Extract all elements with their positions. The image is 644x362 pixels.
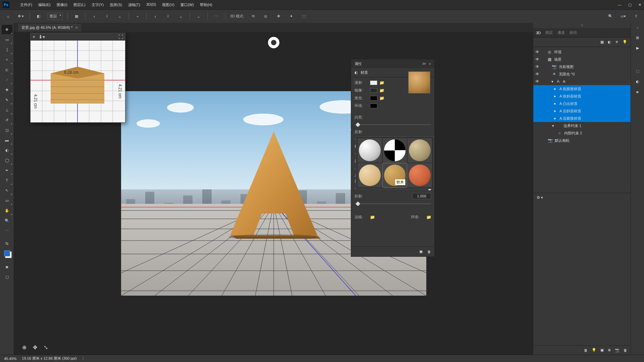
home-icon[interactable]: ⌂: [4, 12, 12, 20]
scene-row[interactable]: ○内部约束 2: [533, 129, 631, 137]
dodge-tool[interactable]: ◯: [2, 156, 12, 165]
lasso-tool[interactable]: ⟆: [2, 45, 12, 54]
panel-tab[interactable]: 图层: [545, 30, 553, 35]
specular-swatch[interactable]: [370, 88, 377, 93]
3d-letter-a[interactable]: [227, 128, 321, 239]
quick-mask-icon[interactable]: ◙: [2, 262, 12, 272]
fg-bg-colors[interactable]: [2, 249, 12, 258]
align-center-h-icon[interactable]: ⫲: [103, 12, 111, 20]
scene-row[interactable]: ●A 前斜面材质: [533, 93, 631, 100]
move-icon[interactable]: ✥ ▾: [17, 12, 25, 20]
visibility-icon[interactable]: 👁: [535, 50, 539, 54]
trash-icon[interactable]: 🗑: [427, 250, 431, 254]
secondary-view-header[interactable]: × ⬇▾ ⛶: [31, 33, 125, 41]
panel-menu-icon[interactable]: ≡: [429, 62, 431, 66]
menu-l[interactable]: 图层(L): [71, 1, 88, 9]
menu-t[interactable]: 滤镜(T): [125, 1, 143, 9]
3d-rotate-icon[interactable]: ⟲: [249, 12, 257, 20]
material-wood[interactable]: [358, 163, 382, 188]
layer-select[interactable]: 图层: [47, 13, 63, 20]
filter-bulb-icon[interactable]: 💡: [623, 40, 627, 44]
refract-value[interactable]: 1.000: [412, 193, 431, 199]
screen-mode-icon[interactable]: ▢: [2, 272, 12, 282]
scene-row[interactable]: 👁◎环境: [533, 48, 631, 56]
zoom-tool[interactable]: 🔍: [2, 216, 12, 225]
folder-icon[interactable]: 📁: [426, 215, 431, 220]
play-icon[interactable]: ▶: [636, 46, 639, 50]
disclosure-icon[interactable]: ▾: [552, 124, 554, 128]
3d-slide-icon[interactable]: ✦: [287, 12, 295, 20]
scene-row[interactable]: ●A 前膨胀材质: [533, 85, 631, 93]
panel-tab[interactable]: 通道: [557, 30, 565, 35]
search-icon[interactable]: 🔍: [606, 12, 614, 20]
menu-s[interactable]: 选择(S): [107, 1, 125, 9]
orbit-icon[interactable]: ⊕: [20, 343, 28, 351]
3d-axis-widget[interactable]: ⊕ ✥ ⤡: [20, 343, 50, 351]
render-icon[interactable]: ▣: [600, 348, 604, 352]
shine-slider[interactable]: [355, 123, 431, 127]
folder-icon[interactable]: 📁: [370, 215, 375, 220]
heal-tool[interactable]: ✚: [2, 85, 12, 95]
menu-dd[interactable]: 3D(D): [144, 1, 159, 9]
new-icon[interactable]: ⊕: [608, 348, 611, 352]
menu-e[interactable]: 编辑(E): [36, 1, 53, 9]
wand-tool[interactable]: ✧: [2, 55, 12, 64]
light-widget-icon[interactable]: [268, 37, 279, 48]
visibility-icon[interactable]: 👁: [535, 79, 539, 84]
3d-pan-icon[interactable]: ✥: [274, 12, 282, 20]
folder-icon[interactable]: 📁: [379, 96, 384, 101]
scene-row[interactable]: 👁▦场景: [533, 56, 631, 63]
minimize-button[interactable]: —: [618, 3, 622, 7]
edit-toolbar[interactable]: ⋯: [2, 226, 12, 235]
align-top-icon[interactable]: ⫟: [133, 12, 142, 20]
disclosure-icon[interactable]: ▾: [551, 79, 553, 84]
dock-icon-3[interactable]: ◐: [636, 79, 639, 84]
document-tab[interactable]: 背景.jpg @ 45.5% (A, RGB/8) * ×: [18, 24, 81, 32]
dock-icon-1[interactable]: ⊞: [636, 36, 639, 40]
pan-icon[interactable]: ✥: [31, 343, 39, 351]
shape-tool[interactable]: ▭: [2, 196, 12, 205]
workspace-icon[interactable]: ▭▾: [619, 12, 627, 20]
eyedropper-tool[interactable]: ⟋: [2, 75, 12, 84]
material-default[interactable]: [358, 138, 382, 163]
material-picker[interactable]: 软木: [356, 136, 434, 189]
dist-v-icon[interactable]: ⫲: [164, 12, 172, 20]
stamp-tool[interactable]: ⊥: [2, 105, 12, 115]
collapse-panel-icon[interactable]: «: [581, 23, 583, 28]
more-icon[interactable]: ⋯: [212, 12, 220, 20]
close-view-icon[interactable]: ×: [33, 34, 35, 40]
menu-y[interactable]: 文字(Y): [89, 1, 107, 9]
collapse-icon[interactable]: »: [636, 25, 638, 29]
brush-tool[interactable]: ✎: [2, 95, 12, 105]
collapse-icon[interactable]: ≫: [422, 61, 426, 66]
scene-row[interactable]: ●A 后膨胀材质: [533, 115, 631, 122]
filter-mesh-icon[interactable]: ▦: [600, 40, 604, 44]
emissive-swatch[interactable]: [370, 96, 377, 101]
menu-f[interactable]: 文件(F): [17, 1, 35, 9]
axis-icon[interactable]: ⤡: [42, 343, 50, 351]
material-preview[interactable]: [408, 71, 430, 94]
scene-row[interactable]: ●A 凸出材质: [533, 100, 631, 107]
panel-tab[interactable]: 路径: [570, 30, 577, 35]
blur-tool[interactable]: ◐: [2, 145, 12, 155]
transform-icon[interactable]: ▦: [72, 12, 80, 20]
gear-icon[interactable]: ⚙ ▾: [537, 195, 543, 200]
snap-icon[interactable]: ⛶: [118, 34, 123, 40]
render-icon[interactable]: ▣: [419, 249, 423, 254]
3d-scene-tree[interactable]: 👁◎环境👁▦场景👁📷当前视图👁☀无限光 ^0👁▾AA●A 前膨胀材质●A 前斜面…: [533, 47, 631, 193]
camera-icon[interactable]: 📷: [615, 348, 620, 352]
marquee-tool[interactable]: ▭: [2, 35, 12, 44]
swap-colors-icon[interactable]: ⇆: [2, 239, 12, 248]
scene-row[interactable]: 👁▾AA: [533, 78, 631, 85]
menu-v[interactable]: 视图(V): [159, 1, 177, 9]
material-cork[interactable]: 软木: [383, 163, 407, 188]
refract-slider[interactable]: [355, 202, 431, 206]
type-tool[interactable]: T: [2, 176, 12, 185]
trash-icon[interactable]: 🗑: [584, 348, 588, 352]
move-tool[interactable]: ✥: [2, 25, 12, 34]
menu-w[interactable]: 窗口(W): [178, 1, 197, 9]
path-tool[interactable]: ↖: [2, 186, 12, 195]
diffuse-swatch[interactable]: [370, 80, 377, 85]
dist-h-icon[interactable]: ⫠: [195, 12, 203, 20]
dist-top-icon[interactable]: ⫞: [151, 12, 159, 20]
